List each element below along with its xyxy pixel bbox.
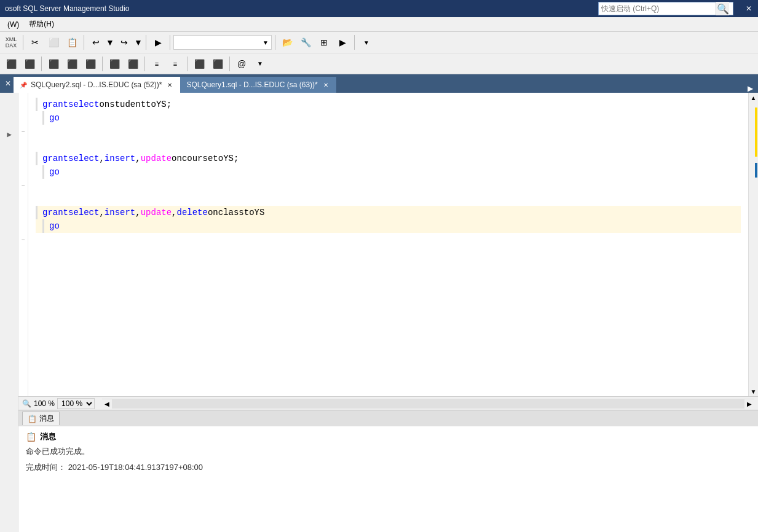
- tb2-btn5[interactable]: ⬛: [82, 55, 99, 72]
- kw-grant-1: grant: [42, 98, 68, 111]
- on-2: on: [172, 152, 182, 165]
- tb2-btn6[interactable]: ⬛: [106, 55, 123, 72]
- kw-select-1: select: [68, 98, 99, 111]
- redo-button[interactable]: ↪: [116, 34, 133, 51]
- tab2-close-button[interactable]: ✕: [322, 81, 330, 89]
- execute-button[interactable]: ▶: [149, 34, 167, 51]
- success-message: 命令已成功完成。: [26, 446, 751, 457]
- on-1: on: [99, 98, 109, 111]
- tb2-btn12[interactable]: @: [233, 55, 250, 72]
- h-scroll-left-button[interactable]: ◀: [102, 399, 112, 409]
- h-scrollbar[interactable]: ◀ ▶: [102, 399, 754, 409]
- fold-btn-2[interactable]: −: [18, 179, 28, 192]
- to-2: to: [213, 152, 223, 165]
- copy-button[interactable]: ⬜: [45, 34, 62, 51]
- kw-select-2: select: [68, 152, 99, 165]
- tb2-btn7[interactable]: ⬛: [124, 55, 141, 72]
- comma-2: ,: [135, 152, 140, 165]
- tb2-btn2[interactable]: ⬛: [21, 55, 38, 72]
- comma-3: ,: [99, 206, 104, 219]
- separator-9: [144, 57, 145, 71]
- empty-line-4: [36, 192, 741, 206]
- editor-content[interactable]: grant select on student to YS; go grant …: [28, 93, 748, 396]
- fold-btn-3[interactable]: −: [18, 233, 28, 246]
- kw-go-3: go: [49, 219, 60, 233]
- tb2-btn9[interactable]: ≡: [167, 55, 184, 72]
- kw-update-3: update: [141, 206, 172, 219]
- tb2-btn3[interactable]: ⬛: [45, 55, 62, 72]
- app-title: osoft SQL Server Management Studio: [0, 4, 129, 13]
- toolbar-row1: XML DAX ✂ ⬜ 📋 ↩ ▼ ↪ ▼ ▶ ▼ 📂 🔧 ⊞ ▶ ▼ ⬛: [0, 32, 758, 74]
- search-icon[interactable]: 🔍: [716, 2, 729, 15]
- tab-sqlquery2[interactable]: 📌 SQLQuery2.sql - D...IS.EDUC (sa (52))*…: [14, 77, 180, 93]
- settings-button[interactable]: 🔧: [297, 34, 314, 51]
- empty-line-2: [36, 138, 741, 152]
- h-scroll-right-button[interactable]: ▶: [744, 399, 754, 409]
- results-panel: 📋 消息 📋 消息 命令已成功完成。 完成时间： 2021-05-19T18:0…: [18, 410, 758, 532]
- dropdown-arrow-icon: ▼: [263, 39, 269, 46]
- database-dropdown[interactable]: ▼: [173, 35, 272, 50]
- tb2-btn1[interactable]: ⬛: [2, 55, 20, 72]
- extra-button[interactable]: ▼: [358, 34, 375, 51]
- tab-scroll-right-icon[interactable]: ▶: [745, 84, 756, 93]
- menu-item-w[interactable]: (W): [2, 19, 24, 30]
- tab1-close-button[interactable]: ✕: [165, 81, 174, 89]
- kw-delete-3: delete: [177, 206, 208, 219]
- separator-8: [102, 57, 103, 71]
- undo-button[interactable]: ↩: [87, 34, 105, 51]
- close-button[interactable]: ✕: [740, 0, 758, 17]
- tb2-btn4[interactable]: ⬛: [63, 55, 81, 72]
- play-button[interactable]: ▶: [334, 34, 351, 51]
- open-file-button[interactable]: 📂: [278, 34, 296, 51]
- undo-dropdown[interactable]: ▼: [106, 34, 114, 51]
- cut-button[interactable]: ✂: [26, 34, 44, 51]
- kw-insert-3: insert: [105, 206, 135, 219]
- code-line-go-3: go: [36, 219, 741, 233]
- grid-button[interactable]: ⊞: [315, 34, 333, 51]
- search-input[interactable]: [599, 4, 716, 13]
- comma-5: ,: [172, 206, 176, 219]
- redo-dropdown[interactable]: ▼: [134, 34, 143, 51]
- separator-11: [229, 57, 230, 71]
- scroll-down-button[interactable]: ▼: [750, 388, 757, 395]
- zoom-icon: 🔍: [22, 399, 31, 408]
- results-msg-icon: 📋: [26, 432, 36, 442]
- quick-search-box[interactable]: 🔍: [598, 2, 733, 15]
- msg-icon: 📋: [28, 415, 37, 423]
- tab-sqlquery1[interactable]: SQLQuery1.sql - D...IS.EDUC (sa (63))* ✕: [180, 77, 336, 93]
- scroll-up-button[interactable]: ▲: [750, 94, 757, 101]
- comma-4: ,: [135, 206, 140, 219]
- table-course: course: [182, 152, 213, 165]
- scroll-highlight-yellow: [755, 108, 757, 157]
- results-tab-label: 消息: [39, 413, 54, 424]
- completion-time: 完成时间： 2021-05-19T18:04:41.9137197+08:00: [26, 462, 751, 473]
- separator-2: [84, 35, 84, 50]
- menu-item-help[interactable]: 帮助(H): [24, 18, 59, 31]
- separator-4: [170, 35, 170, 50]
- kw-select-3: select: [68, 206, 99, 219]
- results-tab-bar: 📋 消息: [18, 410, 758, 426]
- code-line-1: grant select on student to YS;: [36, 98, 741, 111]
- close-left-icon[interactable]: ✕: [2, 79, 14, 88]
- tb2-btn11[interactable]: ⬛: [209, 55, 226, 72]
- collapse-btn[interactable]: ◀: [6, 132, 12, 139]
- tb2-btn10[interactable]: ⬛: [191, 55, 208, 72]
- user-ys-1: YS;: [156, 98, 172, 111]
- paste-button[interactable]: 📋: [63, 34, 81, 51]
- tb2-btn8[interactable]: ≡: [148, 55, 165, 72]
- code-line-go-2: go: [36, 165, 741, 179]
- title-bar: osoft SQL Server Management Studio ─ □ ✕…: [0, 0, 758, 17]
- fold-btn-1[interactable]: −: [18, 125, 28, 138]
- fold-gutter: − − −: [18, 93, 28, 396]
- zoom-select[interactable]: 100 % 75 % 125 %: [57, 398, 95, 409]
- separator-1: [23, 35, 23, 50]
- to-3: to: [244, 206, 255, 219]
- table-class: class: [218, 206, 244, 219]
- results-tab-messages[interactable]: 📋 消息: [22, 412, 60, 425]
- editor-scrollbar[interactable]: ▲ ▼: [748, 93, 758, 396]
- dax-label: DAX: [6, 42, 17, 49]
- tab-pin-icon: 📌: [20, 82, 27, 88]
- xml-label: XML: [6, 36, 17, 42]
- tab1-label: SQLQuery2.sql - D...IS.EDUC (sa (52))*: [31, 80, 162, 89]
- tb2-arrow[interactable]: ▼: [251, 55, 269, 72]
